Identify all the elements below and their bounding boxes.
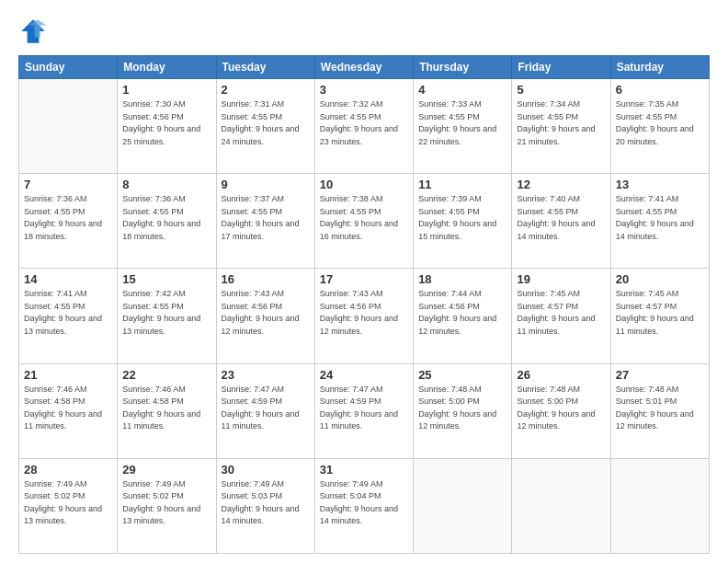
day-info: Sunrise: 7:46 AMSunset: 4:58 PMDaylight:… bbox=[122, 384, 210, 433]
day-number: 9 bbox=[222, 178, 310, 191]
day-number: 4 bbox=[418, 83, 506, 97]
day-cell: 20Sunrise: 7:45 AMSunset: 4:57 PMDayligh… bbox=[610, 269, 709, 363]
day-cell: 14Sunrise: 7:41 AMSunset: 4:55 PMDayligh… bbox=[19, 269, 118, 363]
day-header-wednesday: Wednesday bbox=[314, 56, 413, 79]
logo-icon bbox=[18, 17, 48, 46]
day-header-friday: Friday bbox=[512, 56, 610, 79]
day-cell: 12Sunrise: 7:40 AMSunset: 4:55 PMDayligh… bbox=[512, 174, 610, 269]
calendar: SundayMondayTuesdayWednesdayThursdayFrid… bbox=[18, 55, 710, 554]
day-number: 2 bbox=[222, 83, 310, 97]
day-info: Sunrise: 7:49 AMSunset: 5:03 PMDaylight:… bbox=[222, 478, 310, 528]
day-number: 18 bbox=[418, 272, 506, 286]
day-cell bbox=[19, 79, 118, 174]
day-cell bbox=[512, 458, 610, 553]
day-info: Sunrise: 7:36 AMSunset: 4:55 PMDaylight:… bbox=[24, 193, 112, 243]
day-number: 25 bbox=[418, 368, 506, 382]
logo bbox=[18, 17, 51, 46]
day-number: 24 bbox=[320, 368, 408, 382]
day-cell: 11Sunrise: 7:39 AMSunset: 4:55 PMDayligh… bbox=[414, 174, 512, 269]
day-cell: 28Sunrise: 7:49 AMSunset: 5:02 PMDayligh… bbox=[19, 458, 118, 553]
day-cell: 3Sunrise: 7:32 AMSunset: 4:55 PMDaylight… bbox=[314, 79, 413, 174]
day-cell: 25Sunrise: 7:48 AMSunset: 5:00 PMDayligh… bbox=[414, 363, 512, 458]
day-number: 12 bbox=[517, 178, 605, 191]
day-cell bbox=[414, 458, 512, 553]
day-info: Sunrise: 7:49 AMSunset: 5:04 PMDaylight:… bbox=[320, 478, 408, 528]
day-number: 13 bbox=[616, 178, 704, 191]
day-info: Sunrise: 7:45 AMSunset: 4:57 PMDaylight:… bbox=[517, 288, 605, 338]
day-cell: 31Sunrise: 7:49 AMSunset: 5:04 PMDayligh… bbox=[314, 458, 413, 553]
day-header-sunday: Sunday bbox=[19, 56, 118, 79]
day-cell: 24Sunrise: 7:47 AMSunset: 4:59 PMDayligh… bbox=[314, 363, 413, 458]
day-info: Sunrise: 7:35 AMSunset: 4:55 PMDaylight:… bbox=[616, 98, 704, 148]
day-cell: 30Sunrise: 7:49 AMSunset: 5:03 PMDayligh… bbox=[216, 458, 314, 553]
day-number: 5 bbox=[517, 83, 605, 97]
day-cell: 8Sunrise: 7:36 AMSunset: 4:55 PMDaylight… bbox=[118, 174, 216, 269]
day-info: Sunrise: 7:48 AMSunset: 5:00 PMDaylight:… bbox=[517, 384, 605, 433]
day-number: 30 bbox=[222, 463, 310, 477]
day-info: Sunrise: 7:41 AMSunset: 4:55 PMDaylight:… bbox=[616, 193, 704, 243]
day-cell: 9Sunrise: 7:37 AMSunset: 4:55 PMDaylight… bbox=[216, 174, 314, 269]
day-cell: 16Sunrise: 7:43 AMSunset: 4:56 PMDayligh… bbox=[216, 269, 314, 363]
day-cell bbox=[610, 458, 709, 553]
day-cell: 10Sunrise: 7:38 AMSunset: 4:55 PMDayligh… bbox=[314, 174, 413, 269]
week-row-4: 21Sunrise: 7:46 AMSunset: 4:58 PMDayligh… bbox=[19, 363, 710, 458]
day-info: Sunrise: 7:44 AMSunset: 4:56 PMDaylight:… bbox=[418, 288, 506, 338]
week-row-3: 14Sunrise: 7:41 AMSunset: 4:55 PMDayligh… bbox=[19, 269, 710, 363]
day-number: 3 bbox=[320, 83, 408, 97]
day-header-saturday: Saturday bbox=[610, 56, 709, 79]
day-cell: 23Sunrise: 7:47 AMSunset: 4:59 PMDayligh… bbox=[216, 363, 314, 458]
day-info: Sunrise: 7:40 AMSunset: 4:55 PMDaylight:… bbox=[517, 193, 605, 243]
day-info: Sunrise: 7:30 AMSunset: 4:56 PMDaylight:… bbox=[122, 98, 210, 148]
day-number: 23 bbox=[222, 368, 310, 382]
day-header-thursday: Thursday bbox=[414, 56, 512, 79]
day-number: 26 bbox=[517, 368, 605, 382]
day-cell: 29Sunrise: 7:49 AMSunset: 5:02 PMDayligh… bbox=[118, 458, 216, 553]
week-row-5: 28Sunrise: 7:49 AMSunset: 5:02 PMDayligh… bbox=[19, 458, 710, 553]
day-info: Sunrise: 7:48 AMSunset: 5:01 PMDaylight:… bbox=[616, 384, 704, 433]
day-info: Sunrise: 7:43 AMSunset: 4:56 PMDaylight:… bbox=[222, 288, 310, 338]
day-cell: 15Sunrise: 7:42 AMSunset: 4:55 PMDayligh… bbox=[118, 269, 216, 363]
day-info: Sunrise: 7:49 AMSunset: 5:02 PMDaylight:… bbox=[24, 478, 112, 528]
day-cell: 27Sunrise: 7:48 AMSunset: 5:01 PMDayligh… bbox=[610, 363, 709, 458]
day-cell: 21Sunrise: 7:46 AMSunset: 4:58 PMDayligh… bbox=[19, 363, 118, 458]
page: SundayMondayTuesdayWednesdayThursdayFrid… bbox=[0, 0, 728, 563]
day-cell: 26Sunrise: 7:48 AMSunset: 5:00 PMDayligh… bbox=[512, 363, 610, 458]
day-cell: 18Sunrise: 7:44 AMSunset: 4:56 PMDayligh… bbox=[414, 269, 512, 363]
day-cell: 1Sunrise: 7:30 AMSunset: 4:56 PMDaylight… bbox=[118, 79, 216, 174]
day-header-tuesday: Tuesday bbox=[216, 56, 314, 79]
day-info: Sunrise: 7:33 AMSunset: 4:55 PMDaylight:… bbox=[418, 98, 506, 148]
day-cell: 13Sunrise: 7:41 AMSunset: 4:55 PMDayligh… bbox=[610, 174, 709, 269]
day-cell: 6Sunrise: 7:35 AMSunset: 4:55 PMDaylight… bbox=[610, 79, 709, 174]
day-number: 21 bbox=[24, 368, 112, 382]
day-number: 27 bbox=[616, 368, 704, 382]
day-info: Sunrise: 7:41 AMSunset: 4:55 PMDaylight:… bbox=[24, 288, 112, 338]
week-row-1: 1Sunrise: 7:30 AMSunset: 4:56 PMDaylight… bbox=[19, 79, 710, 174]
week-row-2: 7Sunrise: 7:36 AMSunset: 4:55 PMDaylight… bbox=[19, 174, 710, 269]
day-cell: 2Sunrise: 7:31 AMSunset: 4:55 PMDaylight… bbox=[216, 79, 314, 174]
day-info: Sunrise: 7:47 AMSunset: 4:59 PMDaylight:… bbox=[222, 384, 310, 433]
day-info: Sunrise: 7:43 AMSunset: 4:56 PMDaylight:… bbox=[320, 288, 408, 338]
day-info: Sunrise: 7:45 AMSunset: 4:57 PMDaylight:… bbox=[616, 288, 704, 338]
day-info: Sunrise: 7:37 AMSunset: 4:55 PMDaylight:… bbox=[222, 193, 310, 243]
day-cell: 17Sunrise: 7:43 AMSunset: 4:56 PMDayligh… bbox=[314, 269, 413, 363]
day-header-monday: Monday bbox=[118, 56, 216, 79]
day-info: Sunrise: 7:42 AMSunset: 4:55 PMDaylight:… bbox=[122, 288, 210, 338]
day-info: Sunrise: 7:38 AMSunset: 4:55 PMDaylight:… bbox=[320, 193, 408, 243]
day-info: Sunrise: 7:49 AMSunset: 5:02 PMDaylight:… bbox=[122, 478, 210, 528]
day-number: 14 bbox=[24, 272, 112, 286]
day-number: 15 bbox=[122, 272, 210, 286]
day-info: Sunrise: 7:46 AMSunset: 4:58 PMDaylight:… bbox=[24, 384, 112, 433]
day-number: 1 bbox=[122, 83, 210, 97]
day-number: 20 bbox=[616, 272, 704, 286]
day-number: 17 bbox=[320, 272, 408, 286]
day-info: Sunrise: 7:47 AMSunset: 4:59 PMDaylight:… bbox=[320, 384, 408, 433]
day-cell: 5Sunrise: 7:34 AMSunset: 4:55 PMDaylight… bbox=[512, 79, 610, 174]
day-cell: 7Sunrise: 7:36 AMSunset: 4:55 PMDaylight… bbox=[19, 174, 118, 269]
day-number: 7 bbox=[24, 178, 112, 191]
day-number: 11 bbox=[418, 178, 506, 191]
day-number: 22 bbox=[122, 368, 210, 382]
day-number: 10 bbox=[320, 178, 408, 191]
day-cell: 19Sunrise: 7:45 AMSunset: 4:57 PMDayligh… bbox=[512, 269, 610, 363]
day-number: 16 bbox=[222, 272, 310, 286]
day-number: 6 bbox=[616, 83, 704, 97]
